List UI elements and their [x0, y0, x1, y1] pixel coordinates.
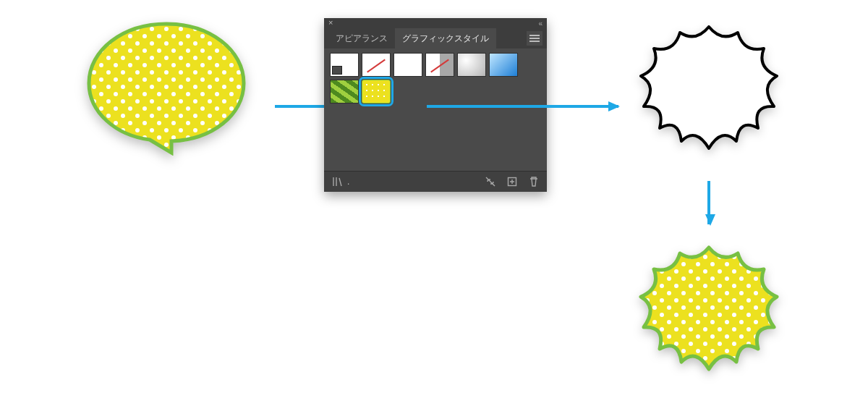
collapse-icon[interactable]: « — [538, 20, 542, 28]
close-icon[interactable]: × — [328, 18, 333, 27]
style-white[interactable] — [393, 53, 422, 77]
panel-tabs: アピアランス グラフィックスタイル — [324, 28, 547, 48]
style-swatches — [324, 48, 547, 111]
delete-icon[interactable] — [528, 176, 540, 187]
target-shape-after — [629, 239, 788, 384]
panel-footer: . — [324, 171, 547, 192]
arrow-before-to-after — [707, 181, 710, 224]
target-shape-before — [629, 18, 788, 163]
style-green-stripes[interactable] — [330, 80, 359, 104]
style-nofill1[interactable] — [362, 53, 391, 77]
style-yellow-polkadot[interactable] — [362, 80, 391, 104]
style-half[interactable] — [425, 53, 454, 77]
tab-graphic-styles[interactable]: グラフィックスタイル — [395, 28, 496, 48]
arrow-panel-to-target — [427, 105, 618, 108]
tab-appearance[interactable]: アピアランス — [328, 28, 395, 48]
panel-titlebar[interactable]: × « — [324, 18, 547, 28]
style-soft-shadow[interactable] — [457, 53, 486, 77]
break-link-icon[interactable] — [485, 176, 496, 187]
source-speech-bubble — [83, 18, 250, 156]
panel-menu-icon[interactable] — [527, 31, 542, 46]
library-icon[interactable] — [331, 176, 343, 187]
footer-dot: . — [347, 177, 349, 187]
style-blue-gradient[interactable] — [489, 53, 518, 77]
new-style-icon[interactable] — [506, 176, 518, 187]
style-default[interactable] — [330, 53, 359, 77]
